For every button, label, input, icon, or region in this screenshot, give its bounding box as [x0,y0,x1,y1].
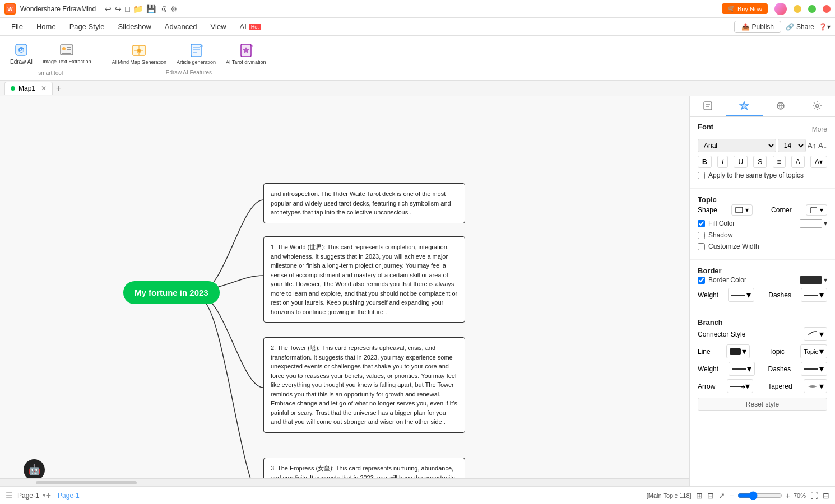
content-node-top[interactable]: and introspection. The Rider Waite Tarot… [263,183,465,223]
topic-select[interactable]: Topic ▾ [800,344,827,358]
fill-color-checkbox[interactable] [698,220,705,227]
dashes-select[interactable]: ▾ [801,288,827,302]
menu-home[interactable]: Home [30,20,63,33]
save-btn[interactable]: 💾 [146,4,156,13]
buy-now-button[interactable]: 🛒 Buy Now [722,3,768,14]
add-page-button[interactable]: + [46,491,51,501]
zoom-level: 70% [794,492,806,499]
toolbar-article[interactable]: AI Article generation [173,40,219,68]
window-close[interactable] [823,5,831,13]
increase-font-btn[interactable]: A↑ [808,141,817,150]
branch-dashes-select[interactable]: ▾ [801,362,827,376]
print-btn[interactable]: 🖨 [159,4,167,13]
window-minimize[interactable] [794,5,801,13]
fill-color-swatch[interactable] [800,219,822,228]
strikethrough-btn[interactable]: S [753,156,767,168]
horizontal-scrollbar[interactable] [0,478,689,486]
font-section: Font More Arial 14 A↑ A↓ B I U S ≡ A [690,117,835,189]
panel-tab-outline[interactable] [763,96,799,116]
undo-btn[interactable]: ↩ [105,4,112,13]
window-maximize[interactable] [808,5,816,13]
menu-view[interactable]: View [204,20,233,33]
user-avatar[interactable] [774,3,787,15]
zoom-slider[interactable] [737,491,782,500]
align-btn[interactable]: ≡ [773,156,786,168]
fullscreen-btn[interactable]: ⛶ [810,491,818,500]
font-family-select[interactable]: Arial [698,139,776,152]
branch-weight-select[interactable]: ▾ [729,362,755,376]
panel-tab-ai[interactable] [726,96,763,116]
tapered-select[interactable]: ▾ [804,379,827,393]
add-tab-button[interactable]: + [53,82,64,95]
app-logo: W [4,3,16,15]
page-tab: Page-1 ▾ [17,492,46,500]
help-button[interactable]: ❓▾ [819,23,831,31]
menu-page-style[interactable]: Page Style [63,20,112,33]
weight-select[interactable]: ▾ [728,288,754,302]
menu-bar: File Home Page Style Slideshow Advanced … [0,18,835,36]
bold-btn[interactable]: B [698,156,712,168]
view-columns-btn[interactable]: ⊞ [696,491,703,500]
toolbar-edraw-ai[interactable]: AI Edraw AI [7,40,36,68]
article-label: Article generation [177,59,216,66]
font-section-header: Font More [698,123,827,136]
customize-width-checkbox[interactable] [698,243,705,250]
toolbar-ai-tarot[interactable]: AI AI Tarot divination [222,40,269,68]
toolbar-ai-mind-map[interactable]: AI AI Mind Map Generation [108,40,170,68]
border-color-swatch[interactable] [800,276,822,284]
italic-btn[interactable]: I [717,156,728,168]
canvas-area[interactable]: My fortune in 2023 and introspection. Th… [0,96,689,486]
apply-same-checkbox[interactable] [698,172,705,179]
line-label: Line [698,348,711,356]
menu-file[interactable]: File [4,20,30,33]
menu-ai[interactable]: AI Hot [233,20,268,33]
line-color-select[interactable]: ▾ [726,344,750,358]
panel-tab-settings[interactable] [799,96,835,116]
tab-map1[interactable]: Map1 ✕ [4,82,53,95]
content-node-2[interactable]: 2. The Tower (塔): This card represents u… [263,337,465,433]
corner-select[interactable]: ▾ [806,204,827,216]
sidebar-toggle-btn[interactable]: ☰ [6,491,13,500]
shape-select[interactable]: ▾ [731,204,753,216]
central-node[interactable]: My fortune in 2023 [123,281,220,304]
tab-close-btn[interactable]: ✕ [41,85,47,92]
menu-advanced[interactable]: Advanced [158,20,204,33]
font-color-btn[interactable]: A [791,156,805,168]
menu-slideshow[interactable]: Slideshow [112,20,158,33]
toolbar: AI Edraw AI Image Text Extraction [0,36,835,81]
ai-hot-badge: Hot [249,24,261,30]
fill-color-dropdown[interactable]: ▾ [824,220,827,227]
apply-same-label: Apply to the same type of topics [708,171,804,179]
connector-style-select[interactable]: ▾ [804,327,827,341]
weight-label: Weight [698,291,718,299]
publish-button[interactable]: 📤 Publish [734,21,781,33]
border-section-title: Border [698,267,722,275]
highlight-btn[interactable]: A▾ [810,156,827,168]
zoom-in-btn[interactable]: + [786,491,790,500]
toolbar-image-text[interactable]: Image Text Extraction [39,40,94,68]
font-size-select[interactable]: 14 [778,139,806,152]
settings-btn[interactable]: ⚙ [170,4,178,13]
underline-btn[interactable]: U [734,156,748,168]
toolbar-group-smart-tool: AI Edraw AI Image Text Extraction [0,38,101,78]
ai-robot-button[interactable]: 🤖 [24,459,45,480]
panel-collapse-btn[interactable]: ⊟ [823,491,829,500]
share-button[interactable]: 🔗 Share [786,23,814,31]
fit-view-btn[interactable]: ⤢ [718,491,725,500]
zoom-out-btn[interactable]: − [730,491,734,500]
reset-style-button[interactable]: Reset style [698,398,827,411]
arrow-select[interactable]: ➔ ▾ [727,379,753,393]
border-color-checkbox[interactable] [698,277,705,284]
view-grid-btn[interactable]: ⊟ [707,491,714,500]
shadow-checkbox[interactable] [698,232,705,239]
border-color-dropdown[interactable]: ▾ [824,276,827,284]
open-btn[interactable]: 📁 [133,4,143,13]
border-color-label: Border Color [708,276,746,284]
border-color-row: Border Color ▾ [698,276,827,284]
panel-tab-style[interactable] [690,96,726,116]
edraw-ai-icon: AI [13,42,29,58]
content-node-1[interactable]: 1. The World (世界): This card represents … [263,236,465,323]
new-btn[interactable]: □ [125,4,129,13]
decrease-font-btn[interactable]: A↓ [818,141,827,150]
redo-btn[interactable]: ↪ [115,4,122,13]
